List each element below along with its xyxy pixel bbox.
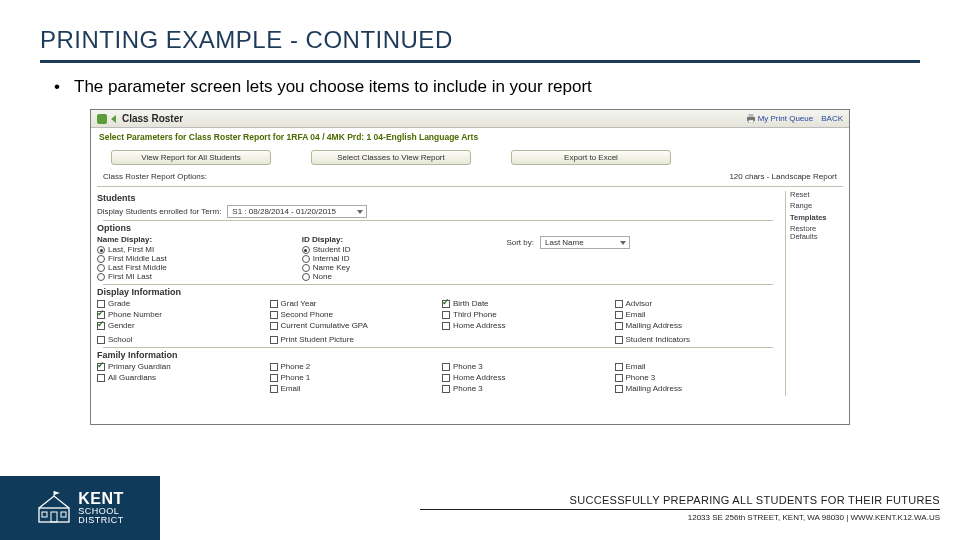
id-opt-3[interactable]: None xyxy=(302,273,497,281)
fam-phone1[interactable]: Phone 1 xyxy=(270,374,435,382)
checkbox-icon xyxy=(442,322,450,330)
fam-homeaddr[interactable]: Home Address xyxy=(442,374,607,382)
di-phone[interactable]: Phone Number xyxy=(97,311,262,319)
options-heading: Options xyxy=(97,223,779,233)
checkbox-icon xyxy=(270,311,278,319)
checkbox-icon xyxy=(615,363,623,371)
di-gpa[interactable]: Current Cumulative GPA xyxy=(270,322,435,330)
di-indicators[interactable]: Student Indicators xyxy=(615,336,780,344)
action-button-row: View Report for All Students Select Clas… xyxy=(91,146,849,169)
term-label: Display Students enrolled for Term: xyxy=(97,207,221,216)
brand-line-3: DISTRICT xyxy=(78,516,124,525)
term-select[interactable]: S1 : 08/28/2014 - 01/20/2015 xyxy=(227,205,367,218)
checkbox-icon xyxy=(270,322,278,330)
di-thirdphone[interactable]: Third Phone xyxy=(442,311,607,319)
checkbox-icon xyxy=(615,300,623,308)
checkbox-icon xyxy=(270,385,278,393)
di-picture[interactable]: Print Student Picture xyxy=(270,336,435,344)
nav-arrow-icon xyxy=(111,115,116,123)
view-all-button[interactable]: View Report for All Students xyxy=(111,150,271,165)
radio-icon xyxy=(97,264,105,272)
svg-rect-2 xyxy=(748,120,753,123)
students-heading: Students xyxy=(97,193,779,203)
checkbox-icon xyxy=(442,363,450,371)
brand-line-1: KENT xyxy=(78,491,124,507)
print-queue-link[interactable]: My Print Queue xyxy=(746,114,814,123)
fam-mailaddr[interactable]: Mailing Address xyxy=(615,385,780,393)
checkbox-icon xyxy=(442,300,450,308)
name-opt-1[interactable]: First Middle Last xyxy=(97,255,292,263)
fam-email[interactable]: Email xyxy=(270,385,435,393)
di-email[interactable]: Email xyxy=(615,311,780,319)
di-advisor[interactable]: Advisor xyxy=(615,300,780,308)
screenshot-panel: Class Roster My Print Queue BACK Select … xyxy=(90,109,850,425)
slide-title: PRINTING EXAMPLE - CONTINUED xyxy=(40,26,920,54)
checkbox-icon xyxy=(615,385,623,393)
window-title: Class Roster xyxy=(122,113,746,124)
nav-dot-icon xyxy=(97,114,107,124)
svg-rect-5 xyxy=(42,512,47,517)
fam-all[interactable]: All Guardians xyxy=(97,374,262,382)
export-excel-button[interactable]: Export to Excel xyxy=(511,150,671,165)
di-secondphone[interactable]: Second Phone xyxy=(270,311,435,319)
di-mailaddr[interactable]: Mailing Address xyxy=(615,322,780,330)
footer-tagline: SUCCESSFULLY PREPARING ALL STUDENTS FOR … xyxy=(160,494,940,506)
fam-email2[interactable]: Email xyxy=(615,363,780,371)
district-logo: KENT SCHOOL DISTRICT xyxy=(0,476,160,540)
svg-rect-4 xyxy=(51,512,57,522)
print-queue-label: My Print Queue xyxy=(758,114,814,123)
param-subtitle: Select Parameters for Class Roster Repor… xyxy=(99,132,478,142)
title-rule xyxy=(40,60,920,63)
panel-header: Class Roster My Print Queue BACK xyxy=(91,110,849,128)
sort-select[interactable]: Last Name xyxy=(540,236,630,249)
checkbox-icon xyxy=(442,374,450,382)
id-opt-2[interactable]: Name Key xyxy=(302,264,497,272)
options-label: Class Roster Report Options: xyxy=(103,172,207,181)
name-opt-3[interactable]: First MI Last xyxy=(97,273,292,281)
svg-rect-3 xyxy=(39,508,69,522)
checkbox-icon xyxy=(97,374,105,382)
di-grade[interactable]: Grade xyxy=(97,300,262,308)
radio-icon xyxy=(302,255,310,263)
checkbox-icon xyxy=(97,300,105,308)
checkbox-icon xyxy=(270,336,278,344)
sort-label: Sort by: xyxy=(506,238,534,247)
di-gradyear[interactable]: Grad Year xyxy=(270,300,435,308)
select-classes-button[interactable]: Select Classes to View Report xyxy=(311,150,471,165)
svg-rect-1 xyxy=(748,114,753,117)
svg-rect-6 xyxy=(61,512,66,517)
name-opt-2[interactable]: Last First Middle xyxy=(97,264,292,272)
fam-phone3a[interactable]: Phone 3 xyxy=(442,363,607,371)
checkbox-icon xyxy=(615,374,623,382)
back-link[interactable]: BACK xyxy=(821,114,843,123)
name-display-heading: Name Display: xyxy=(97,235,292,244)
id-opt-1[interactable]: Internal ID xyxy=(302,255,497,263)
school-building-icon xyxy=(36,490,72,526)
fam-primary[interactable]: Primary Guardian xyxy=(97,363,262,371)
di-birthdate[interactable]: Birth Date xyxy=(442,300,607,308)
id-opt-0[interactable]: Student ID xyxy=(302,246,497,254)
checkbox-icon xyxy=(270,374,278,382)
side-reset[interactable]: Reset xyxy=(790,191,843,199)
side-range[interactable]: Range xyxy=(790,202,843,210)
radio-icon xyxy=(302,246,310,254)
di-gender[interactable]: Gender xyxy=(97,322,262,330)
checkbox-icon xyxy=(97,322,105,330)
fam-phone3b[interactable]: Phone 3 xyxy=(615,374,780,382)
id-display-heading: ID Display: xyxy=(302,235,497,244)
fam-phone3c[interactable]: Phone 3 xyxy=(442,385,607,393)
fam-phone2[interactable]: Phone 2 xyxy=(270,363,435,371)
side-panel: Reset Range Templates Restore Defaults xyxy=(785,191,843,396)
checkbox-icon xyxy=(270,300,278,308)
name-opt-0[interactable]: Last, First MI xyxy=(97,246,292,254)
layout-info: 120 chars - Landscape Report xyxy=(729,172,837,181)
checkbox-icon xyxy=(97,311,105,319)
svg-marker-8 xyxy=(54,491,60,495)
checkbox-icon xyxy=(615,336,623,344)
side-restore[interactable]: Restore Defaults xyxy=(790,225,843,242)
radio-icon xyxy=(97,255,105,263)
checkbox-icon xyxy=(615,311,623,319)
side-templates[interactable]: Templates xyxy=(790,214,843,222)
di-homeaddr[interactable]: Home Address xyxy=(442,322,607,330)
di-school[interactable]: School xyxy=(97,336,262,344)
